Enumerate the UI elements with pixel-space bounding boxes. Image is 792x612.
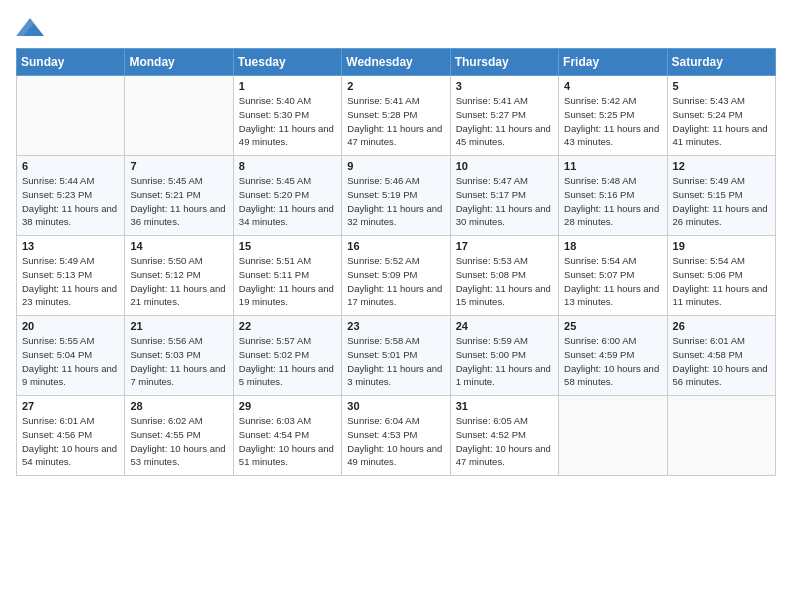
day-number: 27 [22,400,119,412]
cell-info: Sunrise: 6:03 AM Sunset: 4:54 PM Dayligh… [239,414,336,469]
calendar-cell: 7Sunrise: 5:45 AM Sunset: 5:21 PM Daylig… [125,156,233,236]
day-number: 6 [22,160,119,172]
calendar-cell: 19Sunrise: 5:54 AM Sunset: 5:06 PM Dayli… [667,236,775,316]
day-number: 29 [239,400,336,412]
cell-info: Sunrise: 6:04 AM Sunset: 4:53 PM Dayligh… [347,414,444,469]
calendar-cell: 29Sunrise: 6:03 AM Sunset: 4:54 PM Dayli… [233,396,341,476]
cell-info: Sunrise: 5:58 AM Sunset: 5:01 PM Dayligh… [347,334,444,389]
day-number: 26 [673,320,770,332]
weekday-header-wednesday: Wednesday [342,49,450,76]
calendar-week-4: 20Sunrise: 5:55 AM Sunset: 5:04 PM Dayli… [17,316,776,396]
weekday-header-monday: Monday [125,49,233,76]
calendar-cell: 12Sunrise: 5:49 AM Sunset: 5:15 PM Dayli… [667,156,775,236]
calendar-cell: 28Sunrise: 6:02 AM Sunset: 4:55 PM Dayli… [125,396,233,476]
calendar-cell: 4Sunrise: 5:42 AM Sunset: 5:25 PM Daylig… [559,76,667,156]
cell-info: Sunrise: 5:45 AM Sunset: 5:21 PM Dayligh… [130,174,227,229]
cell-info: Sunrise: 5:45 AM Sunset: 5:20 PM Dayligh… [239,174,336,229]
cell-info: Sunrise: 5:53 AM Sunset: 5:08 PM Dayligh… [456,254,553,309]
calendar-cell: 17Sunrise: 5:53 AM Sunset: 5:08 PM Dayli… [450,236,558,316]
calendar-cell: 27Sunrise: 6:01 AM Sunset: 4:56 PM Dayli… [17,396,125,476]
weekday-header-tuesday: Tuesday [233,49,341,76]
calendar-cell: 8Sunrise: 5:45 AM Sunset: 5:20 PM Daylig… [233,156,341,236]
day-number: 23 [347,320,444,332]
calendar-cell: 30Sunrise: 6:04 AM Sunset: 4:53 PM Dayli… [342,396,450,476]
day-number: 3 [456,80,553,92]
cell-info: Sunrise: 6:00 AM Sunset: 4:59 PM Dayligh… [564,334,661,389]
day-number: 10 [456,160,553,172]
calendar-cell [125,76,233,156]
day-number: 31 [456,400,553,412]
calendar-cell: 2Sunrise: 5:41 AM Sunset: 5:28 PM Daylig… [342,76,450,156]
weekday-header-saturday: Saturday [667,49,775,76]
weekday-header-thursday: Thursday [450,49,558,76]
day-number: 1 [239,80,336,92]
cell-info: Sunrise: 5:40 AM Sunset: 5:30 PM Dayligh… [239,94,336,149]
day-number: 13 [22,240,119,252]
calendar-cell: 6Sunrise: 5:44 AM Sunset: 5:23 PM Daylig… [17,156,125,236]
day-number: 28 [130,400,227,412]
calendar-cell: 15Sunrise: 5:51 AM Sunset: 5:11 PM Dayli… [233,236,341,316]
day-number: 5 [673,80,770,92]
day-number: 30 [347,400,444,412]
day-number: 17 [456,240,553,252]
calendar-cell: 13Sunrise: 5:49 AM Sunset: 5:13 PM Dayli… [17,236,125,316]
cell-info: Sunrise: 5:59 AM Sunset: 5:00 PM Dayligh… [456,334,553,389]
calendar-week-5: 27Sunrise: 6:01 AM Sunset: 4:56 PM Dayli… [17,396,776,476]
day-number: 14 [130,240,227,252]
day-number: 24 [456,320,553,332]
day-number: 12 [673,160,770,172]
calendar-cell: 21Sunrise: 5:56 AM Sunset: 5:03 PM Dayli… [125,316,233,396]
calendar-cell: 24Sunrise: 5:59 AM Sunset: 5:00 PM Dayli… [450,316,558,396]
calendar-cell: 5Sunrise: 5:43 AM Sunset: 5:24 PM Daylig… [667,76,775,156]
cell-info: Sunrise: 5:41 AM Sunset: 5:28 PM Dayligh… [347,94,444,149]
day-number: 18 [564,240,661,252]
cell-info: Sunrise: 5:49 AM Sunset: 5:13 PM Dayligh… [22,254,119,309]
day-number: 15 [239,240,336,252]
cell-info: Sunrise: 5:52 AM Sunset: 5:09 PM Dayligh… [347,254,444,309]
calendar-cell [559,396,667,476]
day-number: 19 [673,240,770,252]
calendar-cell: 31Sunrise: 6:05 AM Sunset: 4:52 PM Dayli… [450,396,558,476]
calendar-cell: 26Sunrise: 6:01 AM Sunset: 4:58 PM Dayli… [667,316,775,396]
day-number: 4 [564,80,661,92]
calendar-cell [667,396,775,476]
cell-info: Sunrise: 5:55 AM Sunset: 5:04 PM Dayligh… [22,334,119,389]
day-number: 7 [130,160,227,172]
day-number: 20 [22,320,119,332]
logo-icon [16,18,44,36]
day-number: 8 [239,160,336,172]
calendar-table: SundayMondayTuesdayWednesdayThursdayFrid… [16,48,776,476]
calendar-cell: 3Sunrise: 5:41 AM Sunset: 5:27 PM Daylig… [450,76,558,156]
weekday-header-sunday: Sunday [17,49,125,76]
calendar-cell: 20Sunrise: 5:55 AM Sunset: 5:04 PM Dayli… [17,316,125,396]
calendar-cell: 1Sunrise: 5:40 AM Sunset: 5:30 PM Daylig… [233,76,341,156]
calendar-cell: 18Sunrise: 5:54 AM Sunset: 5:07 PM Dayli… [559,236,667,316]
calendar-cell: 11Sunrise: 5:48 AM Sunset: 5:16 PM Dayli… [559,156,667,236]
cell-info: Sunrise: 5:49 AM Sunset: 5:15 PM Dayligh… [673,174,770,229]
day-number: 16 [347,240,444,252]
calendar-week-1: 1Sunrise: 5:40 AM Sunset: 5:30 PM Daylig… [17,76,776,156]
cell-info: Sunrise: 5:47 AM Sunset: 5:17 PM Dayligh… [456,174,553,229]
calendar-cell: 23Sunrise: 5:58 AM Sunset: 5:01 PM Dayli… [342,316,450,396]
calendar-cell: 22Sunrise: 5:57 AM Sunset: 5:02 PM Dayli… [233,316,341,396]
calendar-cell: 14Sunrise: 5:50 AM Sunset: 5:12 PM Dayli… [125,236,233,316]
cell-info: Sunrise: 5:42 AM Sunset: 5:25 PM Dayligh… [564,94,661,149]
page-header [16,16,776,36]
cell-info: Sunrise: 6:01 AM Sunset: 4:58 PM Dayligh… [673,334,770,389]
cell-info: Sunrise: 5:56 AM Sunset: 5:03 PM Dayligh… [130,334,227,389]
cell-info: Sunrise: 5:41 AM Sunset: 5:27 PM Dayligh… [456,94,553,149]
calendar-cell: 10Sunrise: 5:47 AM Sunset: 5:17 PM Dayli… [450,156,558,236]
cell-info: Sunrise: 5:54 AM Sunset: 5:07 PM Dayligh… [564,254,661,309]
day-number: 25 [564,320,661,332]
calendar-cell [17,76,125,156]
day-number: 21 [130,320,227,332]
weekday-header-friday: Friday [559,49,667,76]
calendar-cell: 16Sunrise: 5:52 AM Sunset: 5:09 PM Dayli… [342,236,450,316]
cell-info: Sunrise: 5:51 AM Sunset: 5:11 PM Dayligh… [239,254,336,309]
cell-info: Sunrise: 5:43 AM Sunset: 5:24 PM Dayligh… [673,94,770,149]
logo [16,16,48,36]
cell-info: Sunrise: 5:46 AM Sunset: 5:19 PM Dayligh… [347,174,444,229]
cell-info: Sunrise: 5:44 AM Sunset: 5:23 PM Dayligh… [22,174,119,229]
day-number: 2 [347,80,444,92]
day-number: 11 [564,160,661,172]
